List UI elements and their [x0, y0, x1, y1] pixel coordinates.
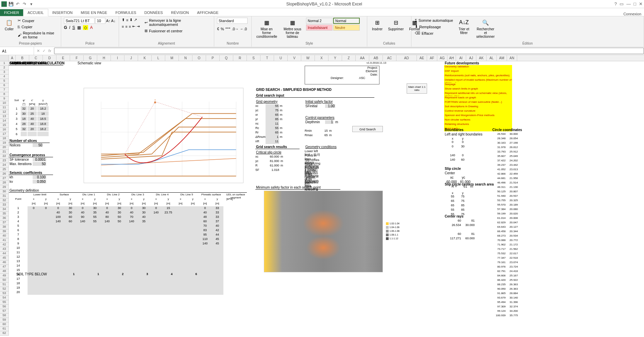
col-header[interactable]: G	[84, 55, 97, 61]
col-header[interactable]: U	[274, 55, 288, 61]
col-header[interactable]: V	[288, 55, 301, 61]
col-header[interactable]: W	[301, 55, 315, 61]
col-header[interactable]: AA	[356, 55, 369, 61]
row-header[interactable]: 33	[0, 203, 9, 207]
col-header[interactable]: AD	[396, 55, 417, 61]
font-color-button[interactable]: A	[90, 25, 93, 30]
col-header[interactable]: B	[16, 55, 29, 61]
tab-insert[interactable]: INSERTION	[48, 9, 77, 16]
close-icon[interactable]: ✕	[639, 1, 643, 6]
row-header[interactable]: 40	[0, 234, 9, 238]
decrease-font-icon[interactable]: A↓	[111, 19, 116, 23]
align-bot-icon[interactable]: ⬇	[130, 18, 133, 22]
slices-val[interactable]: 50	[33, 143, 43, 147]
row-header[interactable]: 57	[0, 309, 9, 314]
row-header[interactable]: 17	[0, 132, 9, 137]
row-header[interactable]: 27	[0, 176, 9, 181]
row-header[interactable]: 59	[0, 318, 9, 322]
clear-button[interactable]: ⌫Effacer	[414, 30, 454, 36]
col-header[interactable]: C	[29, 55, 43, 61]
row-header[interactable]: 9	[0, 97, 9, 101]
dec-decimal-icon[interactable]: ←.0	[240, 27, 247, 31]
row-header[interactable]: 48	[0, 269, 9, 274]
row-header[interactable]: 37	[0, 221, 9, 225]
row-header[interactable]: 42	[0, 243, 9, 247]
row-header[interactable]: 10	[0, 101, 9, 106]
row-header[interactable]: 55	[0, 300, 9, 305]
row-header[interactable]: 11	[0, 106, 9, 110]
wrap-text-button[interactable]: ↩Renvoyer à la ligne automatiquement	[144, 18, 211, 27]
align-mid-icon[interactable]: ≡	[126, 18, 128, 22]
row-header[interactable]: 15	[0, 123, 9, 128]
col-header[interactable]: L	[152, 55, 165, 61]
enter-formula-icon[interactable]: ✓	[43, 49, 46, 53]
row-header[interactable]: 53	[0, 291, 9, 296]
row-header[interactable]: 20	[0, 145, 9, 150]
col-header[interactable]: Z	[342, 55, 356, 61]
row-header[interactable]: 51	[0, 283, 9, 287]
col-header[interactable]: AJ	[466, 55, 476, 61]
fill-button[interactable]: ⬇Remplissage	[414, 24, 454, 30]
sf-tol-val[interactable]: 0.0001	[33, 158, 46, 161]
row-header[interactable]: 5	[0, 79, 9, 83]
border-button[interactable]: ▦	[77, 25, 81, 30]
row-header[interactable]: 52	[0, 287, 9, 291]
row-header[interactable]: 8	[0, 92, 9, 97]
tab-data[interactable]: DONNÉES	[140, 9, 167, 16]
row-header[interactable]: 39	[0, 229, 9, 234]
col-header[interactable]: N	[179, 55, 192, 61]
style-bad[interactable]: Insatisfaisant	[306, 25, 333, 31]
col-header[interactable]: O	[192, 55, 206, 61]
col-header[interactable]: D	[43, 55, 56, 61]
col-header[interactable]: Y	[328, 55, 342, 61]
tab-home[interactable]: ACCUEIL	[23, 9, 48, 16]
row-header[interactable]: 13	[0, 114, 9, 119]
help-icon[interactable]: ?	[614, 1, 617, 6]
login-link[interactable]: Connexion	[623, 12, 644, 16]
sort-filter-button[interactable]: A↓ZTrier et filtrer	[455, 18, 473, 35]
row-header[interactable]: 28	[0, 181, 9, 185]
col-header[interactable]: E	[56, 55, 70, 61]
row-header[interactable]: 32	[0, 198, 9, 203]
col-header[interactable]: J	[124, 55, 138, 61]
insert-cells-button[interactable]: ⊞Insérer	[370, 18, 385, 32]
redo-icon[interactable]: ↷	[22, 1, 27, 7]
row-header[interactable]: 19	[0, 141, 9, 145]
row-header[interactable]: 45	[0, 256, 9, 260]
orientation-icon[interactable]: ↗	[134, 18, 137, 22]
col-header[interactable]: AH	[447, 55, 456, 61]
font-size-select[interactable]: 10	[95, 18, 105, 24]
col-header[interactable]: AG	[437, 55, 447, 61]
currency-icon[interactable]: ₵	[217, 27, 219, 31]
indent-inc-icon[interactable]: ⇥	[137, 24, 140, 29]
row-header[interactable]: 61	[0, 327, 9, 331]
number-format-select[interactable]: Standard	[217, 18, 248, 24]
align-top-icon[interactable]: ⬆	[122, 18, 125, 22]
tab-file[interactable]: FICHIER	[0, 9, 23, 16]
autosum-button[interactable]: ΣSomme automatique	[414, 18, 454, 23]
tab-layout[interactable]: MISE EN PAGE	[77, 9, 111, 16]
row-header[interactable]: 36	[0, 216, 9, 221]
tab-view[interactable]: AFFICHAGE	[193, 9, 223, 16]
align-left-icon[interactable]: ≡	[122, 25, 124, 29]
tab-formulas[interactable]: FORMULES	[111, 9, 140, 16]
row-header[interactable]: 6	[0, 83, 9, 88]
col-header[interactable]: AC	[383, 55, 396, 61]
row-header[interactable]: 25	[0, 167, 9, 172]
col-header[interactable]: F	[70, 55, 84, 61]
row-header[interactable]: 12	[0, 110, 9, 114]
cut-button[interactable]: ✂Couper	[17, 18, 58, 23]
align-center-icon[interactable]: ≡	[125, 25, 127, 29]
merge-center-button[interactable]: ⊞Fusionner et centrer	[144, 28, 211, 34]
paste-button[interactable]: 📋Coller	[3, 18, 16, 32]
fx-icon[interactable]: fx	[48, 49, 51, 53]
minimize-icon[interactable]: —	[626, 1, 631, 6]
row-header[interactable]: 44	[0, 252, 9, 256]
row-header[interactable]: 22	[0, 154, 9, 159]
col-header[interactable]: P	[206, 55, 220, 61]
inc-decimal-icon[interactable]: .0→	[232, 27, 239, 31]
comma-icon[interactable]: ᵒᵒᵒ	[225, 27, 231, 31]
delete-cells-button[interactable]: ⊟Supprimer	[386, 18, 406, 32]
col-header[interactable]: AN	[507, 55, 517, 61]
row-header[interactable]: 24	[0, 163, 9, 167]
